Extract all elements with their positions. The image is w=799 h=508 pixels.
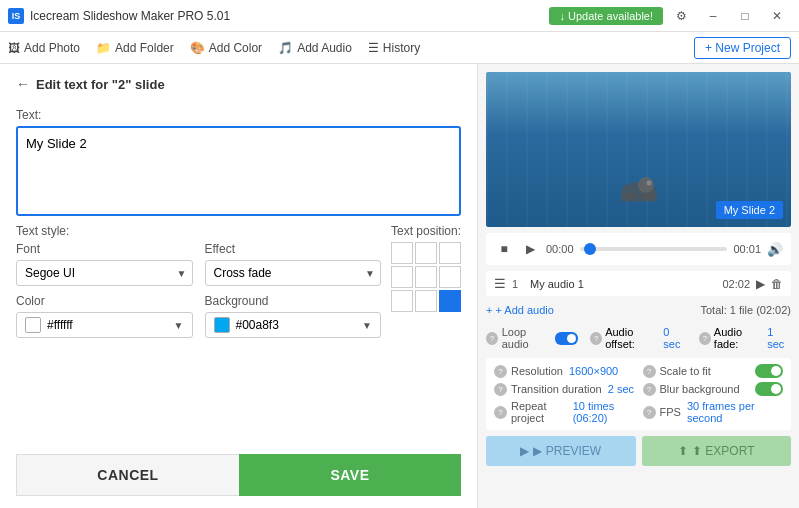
preview-export-row: ▶ ▶ PREVIEW ⬆ ⬆ EXPORT (486, 436, 791, 466)
pos-mid-right[interactable] (439, 266, 461, 288)
background-col: Background #00a8f3 ▼ (205, 294, 382, 338)
back-header[interactable]: ← Edit text for "2" slide (16, 76, 461, 92)
color-icon: 🎨 (190, 41, 205, 55)
resolution-label: Resolution (511, 365, 563, 377)
add-audio-button[interactable]: 🎵 Add Audio (278, 41, 352, 55)
main-layout: ← Edit text for "2" slide Text: My Slide… (0, 64, 799, 508)
stop-button[interactable]: ■ (494, 239, 514, 259)
audio-play-button[interactable]: ▶ (756, 277, 765, 291)
blur-toggle[interactable] (755, 382, 783, 396)
settings-row-1: ? Resolution 1600×900 ? Scale to fit (494, 364, 783, 378)
minimize-button[interactable]: – (699, 6, 727, 26)
info-icon-fade: ? (699, 332, 711, 345)
offset-label: Audio offset: (605, 326, 660, 350)
history-button[interactable]: ☰ History (368, 41, 420, 55)
loop-label: Loop audio (502, 326, 551, 350)
preview-button[interactable]: ▶ ▶ PREVIEW (486, 436, 636, 466)
position-label: Text position: (391, 224, 461, 238)
color-select[interactable]: #ffffff ▼ (16, 312, 193, 338)
effect-label: Effect (205, 242, 382, 256)
preview-icon: ▶ (520, 444, 529, 458)
add-color-label: Add Color (209, 41, 262, 55)
text-field-label: Text: (16, 108, 461, 122)
position-col: Text position: (381, 224, 461, 338)
add-color-button[interactable]: 🎨 Add Color (190, 41, 262, 55)
time-end: 00:01 (733, 243, 761, 255)
loop-toggle[interactable]: ? Loop audio (486, 326, 578, 350)
settings-area: ? Resolution 1600×900 ? Scale to fit ? T… (486, 358, 791, 430)
resolution-value: 1600×900 (569, 365, 618, 377)
pos-top-center[interactable] (415, 242, 437, 264)
close-button[interactable]: ✕ (763, 6, 791, 26)
menu-icon[interactable]: ☰ (494, 276, 506, 291)
play-button[interactable]: ▶ (520, 239, 540, 259)
scale-toggle[interactable] (755, 364, 783, 378)
info-icon-offset: ? (590, 332, 602, 345)
pos-top-left[interactable] (391, 242, 413, 264)
left-panel: ← Edit text for "2" slide Text: My Slide… (0, 64, 478, 508)
progress-track[interactable] (580, 247, 728, 251)
title-bar: IS Icecream Slideshow Maker PRO 5.01 ↓ U… (0, 0, 799, 32)
update-button[interactable]: ↓ Update available! (549, 7, 663, 25)
font-col: Font Segoe UI ▼ (16, 242, 193, 286)
time-start: 00:00 (546, 243, 574, 255)
effect-select[interactable]: Cross fade (205, 260, 382, 286)
offset-val: 0 sec (663, 326, 687, 350)
fps-label: FPS (660, 406, 681, 418)
color-label: Color (16, 294, 193, 308)
audio-icon: 🎵 (278, 41, 293, 55)
add-folder-button[interactable]: 📁 Add Folder (96, 41, 174, 55)
settings-row-2: ? Transition duration 2 sec ? Blur backg… (494, 382, 783, 396)
offset-row: ? Audio offset: 0 sec (590, 326, 687, 350)
playback-bar: ■ ▶ 00:00 00:01 🔊 (486, 233, 791, 265)
text-input[interactable]: My Slide 2 (16, 126, 461, 216)
video-slide-label: My Slide 2 (716, 201, 783, 219)
pos-mid-left[interactable] (391, 266, 413, 288)
pos-top-right[interactable] (439, 242, 461, 264)
transition-label: Transition duration (511, 383, 602, 395)
settings-button[interactable]: ⚙ (667, 6, 695, 26)
volume-icon[interactable]: 🔊 (767, 242, 783, 257)
fps-col: ? FPS 30 frames per second (643, 400, 784, 424)
font-select-wrapper: Segoe UI ▼ (16, 260, 193, 286)
audio-delete-button[interactable]: 🗑 (771, 277, 783, 291)
add-audio-label: Add Audio (297, 41, 352, 55)
export-icon: ⬆ (678, 444, 688, 458)
title-bar-left: IS Icecream Slideshow Maker PRO 5.01 (8, 8, 230, 24)
save-button[interactable]: SAVE (239, 454, 461, 496)
pos-bot-left[interactable] (391, 290, 413, 312)
svg-point-2 (646, 181, 651, 186)
seal-graphic (614, 167, 664, 207)
history-label: History (383, 41, 420, 55)
new-project-button[interactable]: + New Project (694, 37, 791, 59)
pos-mid-center[interactable] (415, 266, 437, 288)
repeat-col: ? Repeat project 10 times (06:20) (494, 400, 635, 424)
color-swatch (25, 317, 41, 333)
style-col: Text style: Font Segoe UI ▼ Effect (16, 224, 381, 338)
video-preview: My Slide 2 (486, 72, 791, 227)
add-audio-link[interactable]: + + Add audio (486, 304, 554, 316)
background-select[interactable]: #00a8f3 ▼ (205, 312, 382, 338)
add-photo-label: Add Photo (24, 41, 80, 55)
fade-label: Audio fade: (714, 326, 764, 350)
info-blur-icon: ? (643, 383, 656, 396)
plus-icon: + (486, 304, 492, 316)
app-icon: IS (8, 8, 24, 24)
color-bg-row: Color #ffffff ▼ Background #00a8f3 ▼ (16, 294, 381, 338)
info-transition-icon: ? (494, 383, 507, 396)
repeat-label: Repeat project (511, 400, 567, 424)
export-button[interactable]: ⬆ ⬆ EXPORT (642, 436, 792, 466)
background-label: Background (205, 294, 382, 308)
pos-bot-right[interactable] (439, 290, 461, 312)
info-icon-loop: ? (486, 332, 498, 345)
preview-label: ▶ PREVIEW (533, 444, 601, 458)
blur-col: ? Blur background (643, 382, 784, 396)
add-photo-button[interactable]: 🖼 Add Photo (8, 41, 80, 55)
pos-bot-center[interactable] (415, 290, 437, 312)
loop-toggle-switch[interactable] (555, 332, 578, 345)
toolbar: 🖼 Add Photo 📁 Add Folder 🎨 Add Color 🎵 A… (0, 32, 799, 64)
cancel-button[interactable]: CANCEL (16, 454, 239, 496)
fps-value: 30 frames per second (687, 400, 783, 424)
maximize-button[interactable]: □ (731, 6, 759, 26)
font-select[interactable]: Segoe UI (16, 260, 193, 286)
